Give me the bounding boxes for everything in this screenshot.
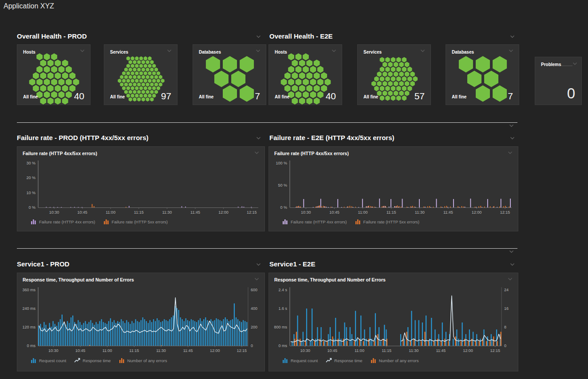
svg-text:1.6 s: 1.6 s bbox=[278, 306, 287, 311]
chevron-down-icon[interactable] bbox=[509, 124, 514, 127]
tile-count: 40 bbox=[326, 91, 336, 102]
chevron-down-icon[interactable] bbox=[510, 263, 515, 266]
legend-label: Response time bbox=[83, 358, 110, 363]
svg-text:10:30: 10:30 bbox=[48, 348, 59, 353]
service1-prod-chart-tile[interactable]: Response time, Throughput and Number of … bbox=[17, 273, 265, 371]
health-tile-services-prod[interactable]: Services All fine 97 bbox=[104, 44, 178, 105]
dashboard: Application XYZ Overall Health - PROD Ov… bbox=[0, 0, 588, 379]
bar-series-icon bbox=[282, 219, 288, 224]
tile-count: 57 bbox=[414, 91, 425, 102]
legend-label: Failure rate (HTTP 4xx errors) bbox=[291, 219, 347, 224]
svg-text:10:30: 10:30 bbox=[49, 210, 59, 215]
legend-item[interactable]: Response time bbox=[326, 358, 362, 363]
service1-prod-plot: 0 ms120 ms240 ms360 ms020040060010:3010:… bbox=[17, 273, 264, 371]
svg-text:11:45: 11:45 bbox=[443, 210, 453, 215]
chart-legend: Request countResponse timeNumber of any … bbox=[31, 358, 167, 363]
svg-text:360 ms: 360 ms bbox=[22, 288, 36, 292]
svg-text:11:00: 11:00 bbox=[358, 210, 368, 215]
chevron-down-icon[interactable] bbox=[510, 137, 515, 140]
svg-text:12:15: 12:15 bbox=[490, 348, 500, 353]
svg-text:800 ms: 800 ms bbox=[274, 325, 287, 329]
svg-text:24: 24 bbox=[504, 288, 509, 292]
svg-text:10:45: 10:45 bbox=[329, 210, 339, 215]
chevron-down-icon[interactable] bbox=[256, 263, 261, 266]
svg-text:11:00: 11:00 bbox=[355, 348, 364, 353]
svg-text:11:30: 11:30 bbox=[156, 348, 166, 353]
svg-text:20 %: 20 % bbox=[26, 176, 36, 180]
section-header-failure-e2e: Failure rate - E2E (HTTP 4xx/5xx errors) bbox=[269, 134, 395, 141]
legend-label: Request count bbox=[291, 358, 318, 363]
svg-text:8: 8 bbox=[504, 325, 506, 329]
legend-item[interactable]: Failure rate (HTTP 5xx errors) bbox=[355, 219, 420, 224]
svg-text:30 %: 30 % bbox=[26, 161, 36, 165]
svg-text:11:00: 11:00 bbox=[106, 210, 115, 215]
svg-text:2.4 s: 2.4 s bbox=[278, 288, 287, 292]
health-tile-databases-e2e[interactable]: Databases All fine 7 bbox=[446, 44, 519, 105]
svg-text:0 %: 0 % bbox=[280, 205, 287, 210]
line-series-icon bbox=[74, 358, 80, 363]
tile-status: All fine bbox=[452, 94, 466, 99]
section-divider bbox=[17, 248, 517, 249]
bar-series-icon bbox=[371, 358, 377, 363]
svg-text:12:15: 12:15 bbox=[247, 210, 257, 215]
section-header-failure-prod: Failure rate - PROD (HTTP 4xx/5xx errors… bbox=[17, 134, 149, 141]
svg-text:100 %: 100 % bbox=[276, 161, 287, 165]
svg-text:12:00: 12:00 bbox=[463, 348, 473, 353]
chevron-down-icon[interactable] bbox=[509, 250, 514, 253]
svg-text:200: 200 bbox=[251, 325, 257, 329]
health-tile-services-e2e[interactable]: Services All fine 57 bbox=[357, 44, 431, 105]
failure-rate-e2e-chart-tile[interactable]: Failure rate (HTTP 4xx/5xx errors) 0 %50… bbox=[268, 146, 518, 231]
tile-status: All fine bbox=[23, 94, 38, 99]
legend-item[interactable]: Request count bbox=[31, 358, 66, 363]
svg-text:11:15: 11:15 bbox=[134, 210, 144, 215]
tile-status: All fine bbox=[110, 94, 125, 99]
svg-text:120 ms: 120 ms bbox=[22, 325, 36, 329]
service1-e2e-chart-tile[interactable]: Response time, Throughput and Number of … bbox=[268, 273, 518, 371]
legend-item[interactable]: Failure rate (HTTP 4xx errors) bbox=[31, 219, 95, 224]
bar-series-icon bbox=[103, 219, 110, 224]
section-divider bbox=[17, 122, 517, 123]
legend-item[interactable]: Number of any errors bbox=[119, 358, 167, 363]
legend-label: Failure rate (HTTP 4xx errors) bbox=[39, 219, 95, 224]
svg-text:10:45: 10:45 bbox=[77, 210, 87, 215]
svg-text:240 ms: 240 ms bbox=[22, 306, 36, 311]
problems-count: 0 bbox=[567, 85, 575, 102]
svg-text:10:30: 10:30 bbox=[301, 210, 311, 215]
legend-label: Failure rate (HTTP 5xx errors) bbox=[363, 219, 420, 224]
tile-status: All fine bbox=[363, 94, 378, 99]
health-tile-databases-prod[interactable]: Databases All fine 7 bbox=[193, 44, 266, 105]
section-header-service1-e2e: Service1 - E2E bbox=[269, 260, 315, 268]
tile-status: All fine bbox=[275, 94, 289, 99]
svg-text:0 ms: 0 ms bbox=[278, 344, 287, 348]
problems-tile[interactable]: Problems 0 bbox=[535, 57, 582, 105]
svg-text:11:30: 11:30 bbox=[409, 348, 418, 353]
section-header-service1-prod: Service1 - PROD bbox=[17, 260, 69, 268]
svg-text:11:30: 11:30 bbox=[415, 210, 425, 215]
legend-item[interactable]: Number of any errors bbox=[371, 358, 419, 363]
service1-e2e-plot: 0 ms800 ms1.6 s2.4 s08162410:3010:4511:0… bbox=[269, 273, 518, 371]
svg-text:16: 16 bbox=[504, 306, 509, 311]
legend-item[interactable]: Failure rate (HTTP 5xx errors) bbox=[103, 219, 168, 224]
chevron-down-icon[interactable] bbox=[510, 35, 515, 38]
svg-text:400: 400 bbox=[251, 306, 257, 311]
failure-rate-e2e-plot: 0 %50 %100 %10:3010:4511:0011:1511:3011:… bbox=[269, 147, 518, 231]
tile-count: 7 bbox=[508, 91, 513, 102]
legend-label: Failure rate (HTTP 5xx errors) bbox=[112, 219, 168, 224]
legend-item[interactable]: Response time bbox=[74, 358, 110, 363]
page-title: Application XYZ bbox=[4, 2, 54, 10]
legend-item[interactable]: Request count bbox=[282, 358, 318, 363]
chevron-down-icon[interactable] bbox=[256, 137, 261, 140]
chevron-down-icon[interactable] bbox=[572, 62, 577, 65]
chevron-down-icon[interactable] bbox=[256, 35, 261, 38]
svg-text:11:45: 11:45 bbox=[190, 210, 200, 215]
legend-item[interactable]: Failure rate (HTTP 4xx errors) bbox=[282, 219, 347, 224]
legend-label: Number of any errors bbox=[379, 358, 419, 363]
health-tile-hosts-e2e[interactable]: Hosts All fine 40 bbox=[268, 44, 342, 105]
line-series-icon bbox=[326, 358, 332, 363]
failure-rate-prod-chart-tile[interactable]: Failure rate (HTTP 4xx/5xx errors) 0 %10… bbox=[17, 146, 265, 231]
tile-count: 40 bbox=[74, 91, 84, 102]
section-header-overall-health-e2e: Overall Health - E2E bbox=[269, 32, 333, 40]
svg-text:11:15: 11:15 bbox=[382, 348, 391, 353]
svg-text:0 %: 0 % bbox=[28, 205, 36, 210]
health-tile-hosts-prod[interactable]: Hosts All fine 40 bbox=[17, 44, 91, 105]
